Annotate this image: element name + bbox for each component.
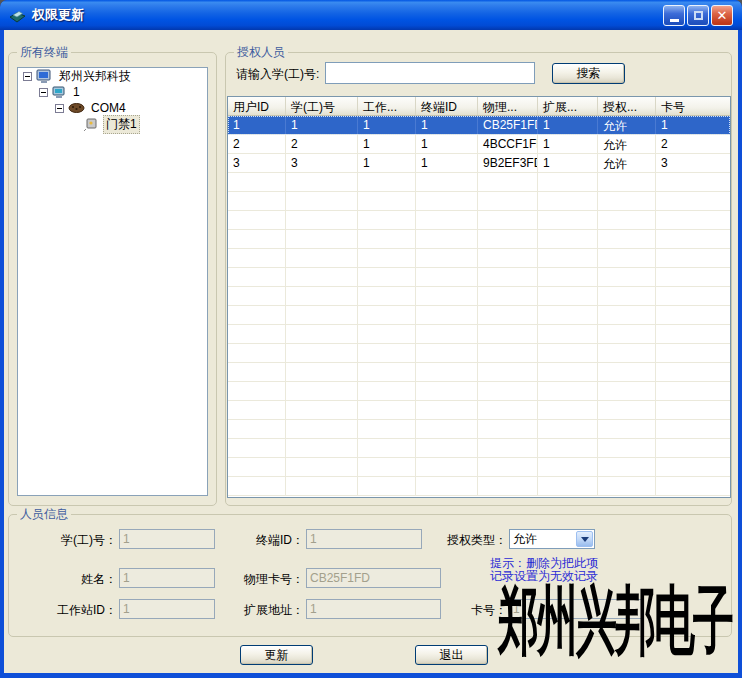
table-cell xyxy=(358,249,416,267)
table-row[interactable] xyxy=(228,477,730,496)
table-cell xyxy=(286,287,358,305)
table-row[interactable] xyxy=(228,363,730,382)
table-cell xyxy=(286,477,358,495)
table-row[interactable]: 1111CB25F1FD1允许1 xyxy=(228,116,730,135)
table-cell xyxy=(478,173,538,191)
minimize-icon xyxy=(670,19,679,22)
table-cell xyxy=(358,268,416,286)
table-cell xyxy=(598,420,656,438)
table-cell xyxy=(228,230,286,248)
table-row[interactable]: 22114BCCF1FD1允许2 xyxy=(228,135,730,154)
table-cell: 2 xyxy=(286,135,358,153)
table-cell xyxy=(478,192,538,210)
update-button[interactable]: 更新 xyxy=(240,645,313,665)
table-cell xyxy=(598,401,656,419)
close-button[interactable]: ✕ xyxy=(711,5,733,26)
table-row[interactable] xyxy=(228,268,730,287)
table-cell xyxy=(286,382,358,400)
maximize-button[interactable] xyxy=(687,5,709,26)
table-cell: 允许 xyxy=(598,154,656,172)
column-header[interactable]: 用户ID xyxy=(228,97,286,115)
table-cell xyxy=(478,306,538,324)
table-cell xyxy=(598,306,656,324)
table-cell xyxy=(228,344,286,362)
exit-button[interactable]: 退出 xyxy=(415,645,488,665)
table-row[interactable] xyxy=(228,344,730,363)
table-cell xyxy=(598,382,656,400)
table-cell xyxy=(358,306,416,324)
table-cell: 2 xyxy=(228,135,286,153)
table-cell xyxy=(228,439,286,457)
title-bar[interactable]: 权限更新 ✕ xyxy=(0,0,742,30)
table-cell xyxy=(478,268,538,286)
table-cell xyxy=(358,382,416,400)
table-cell xyxy=(358,344,416,362)
table-row[interactable]: 33119B2EF3FD1允许3 xyxy=(228,154,730,173)
table-row[interactable] xyxy=(228,325,730,344)
column-header[interactable]: 工作... xyxy=(358,97,416,115)
table-cell xyxy=(286,363,358,381)
tree-expander-icon[interactable] xyxy=(23,72,32,81)
table-cell xyxy=(656,382,731,400)
table-cell xyxy=(478,477,538,495)
table-row[interactable] xyxy=(228,306,730,325)
column-header[interactable]: 终端ID xyxy=(416,97,478,115)
table-cell xyxy=(478,401,538,419)
tree-item[interactable]: 1 xyxy=(18,84,207,100)
table-body: 1111CB25F1FD1允许122114BCCF1FD1允许233119B2E… xyxy=(228,116,730,496)
search-button[interactable]: 搜索 xyxy=(552,63,625,84)
table-row[interactable] xyxy=(228,401,730,420)
column-header[interactable]: 学(工)号 xyxy=(286,97,358,115)
tree-item[interactable]: 郑州兴邦科技 xyxy=(18,68,207,84)
search-input[interactable] xyxy=(325,62,535,84)
table-row[interactable] xyxy=(228,211,730,230)
table-cell xyxy=(358,230,416,248)
table-cell xyxy=(228,401,286,419)
computer-icon xyxy=(36,69,53,84)
window-title: 权限更新 xyxy=(32,6,84,24)
table-cell xyxy=(358,401,416,419)
physical-card-field xyxy=(306,568,441,588)
table-row[interactable] xyxy=(228,420,730,439)
table-row[interactable] xyxy=(228,287,730,306)
table-cell: 1 xyxy=(416,116,478,134)
table-cell: 允许 xyxy=(598,135,656,153)
table-cell xyxy=(358,420,416,438)
table-cell: 2 xyxy=(656,135,731,153)
maximize-icon xyxy=(694,11,703,20)
table-row[interactable] xyxy=(228,173,730,192)
table-cell xyxy=(228,382,286,400)
column-header[interactable]: 授权... xyxy=(598,97,656,115)
workstation-id-label: 工作站ID： xyxy=(34,602,117,619)
table-row[interactable] xyxy=(228,439,730,458)
all-terminals-group-label: 所有终端 xyxy=(17,45,71,59)
table-row[interactable] xyxy=(228,192,730,211)
chevron-down-icon[interactable] xyxy=(576,531,593,547)
tree-expander-icon[interactable] xyxy=(39,88,48,97)
table-cell xyxy=(656,192,731,210)
terminal-tree[interactable]: 郑州兴邦科技1COM4门禁1 xyxy=(17,67,208,496)
table-cell: 3 xyxy=(228,154,286,172)
table-cell: 1 xyxy=(538,154,598,172)
minimize-button[interactable] xyxy=(663,5,685,26)
table-cell xyxy=(656,325,731,343)
table-cell xyxy=(228,287,286,305)
tree-item[interactable]: 门禁1 xyxy=(18,116,207,132)
workstation-id-field xyxy=(119,599,215,619)
column-header[interactable]: 卡号 xyxy=(656,97,731,115)
column-header[interactable]: 物理... xyxy=(478,97,538,115)
column-header[interactable]: 扩展... xyxy=(538,97,598,115)
table-row[interactable] xyxy=(228,458,730,477)
table-row[interactable] xyxy=(228,249,730,268)
table-cell: 4BCCF1FD xyxy=(478,135,538,153)
table-row[interactable] xyxy=(228,382,730,401)
table-cell xyxy=(538,268,598,286)
table-cell: CB25F1FD xyxy=(478,116,538,134)
table-cell xyxy=(538,211,598,229)
tree-expander-icon[interactable] xyxy=(55,104,64,113)
auth-type-select[interactable]: 允许 xyxy=(509,529,595,549)
table-cell xyxy=(656,287,731,305)
table-row[interactable] xyxy=(228,230,730,249)
table-cell xyxy=(478,363,538,381)
table-cell xyxy=(286,192,358,210)
